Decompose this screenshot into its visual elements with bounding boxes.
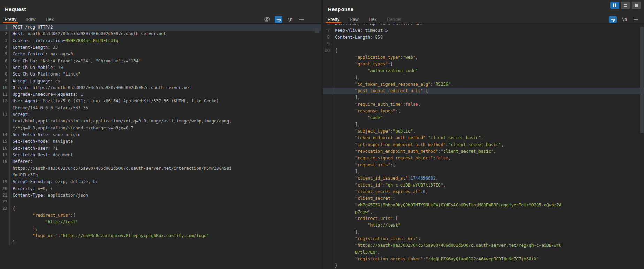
response-scrollbar[interactable] (640, 24, 644, 269)
code-line[interactable]: 10Origin: https://oauth-0a33002704c575a9… (0, 85, 321, 91)
response-scrollbar-thumb[interactable] (640, 27, 644, 133)
code-line[interactable]: "http://test" (0, 219, 321, 226)
code-line[interactable]: ], (323, 94, 644, 101)
show-newlines-button[interactable]: \n (286, 16, 294, 23)
code-line[interactable]: "post_logout_redirect_uris":[ (323, 88, 644, 94)
code-line[interactable]: "logo_uri":"https://u504o8dzar3qurovv8ll… (0, 232, 321, 239)
line-content: "https://oauth-0a33002704c575a9807406d00… (332, 242, 644, 249)
code-line[interactable]: "revocation_endpoint_auth_method":"clien… (323, 148, 644, 155)
editor-menu-button[interactable] (298, 16, 305, 23)
tab-render[interactable]: Render (387, 15, 402, 23)
code-line[interactable]: Chrome/134.0.0.0 Safari/537.36 (0, 105, 321, 111)
code-line[interactable]: "client_id":"qh-c-eiDB-wYUB7tl37EQ", (323, 182, 644, 189)
code-line[interactable]: */*;q=0.8,application/signed-exchange;v=… (0, 125, 321, 132)
code-line[interactable]: 8Content-Length: 858 (323, 34, 644, 41)
code-line[interactable]: "response_types":[ (323, 108, 644, 114)
tab-pretty[interactable]: Pretty (328, 15, 339, 23)
code-line[interactable]: 6Sec-Ch-Ua: "Not:A-Brand";v="24", "Chrom… (0, 58, 321, 64)
code-line[interactable]: 4Content-Length: 33 (0, 44, 321, 51)
code-line[interactable]: "id_token_signed_response_alg":"RS256", (323, 81, 644, 88)
tab-hex[interactable]: Hex (369, 15, 377, 23)
code-line[interactable]: 18Referer: (0, 158, 321, 165)
code-line[interactable]: "registration_access_token":"zdgQLPZK6ay… (323, 256, 644, 262)
code-line[interactable]: "grant_types":[ (323, 61, 644, 68)
code-line[interactable]: "code" (323, 114, 644, 121)
code-line[interactable]: 6Date: Mon, 14 Apr 2025 18:51:22 GMT (323, 24, 644, 27)
pause-button[interactable] (610, 2, 619, 9)
tab-pretty[interactable]: Pretty (5, 15, 16, 23)
code-line[interactable]: "subject_type":"public", (323, 128, 644, 135)
code-line[interactable]: "http://test" (323, 222, 644, 229)
code-line[interactable]: } (0, 239, 321, 246)
code-line[interactable]: 11Upgrade-Insecure-Requests: 1 (0, 91, 321, 98)
toggle-nonprintable-button[interactable] (263, 16, 271, 23)
tab-raw[interactable]: Raw (350, 15, 359, 23)
code-line[interactable]: 12User-Agent: Mozilla/5.0 (X11; Linux x8… (0, 98, 321, 104)
code-line[interactable]: 7Keep-Alive: timeout=5 (323, 27, 644, 34)
code-line[interactable]: "request_uris":[ (323, 162, 644, 168)
code-line[interactable]: "token_endpoint_auth_method":"client_sec… (323, 135, 644, 141)
code-line[interactable]: "require_signed_request_object":false, (323, 155, 644, 161)
code-line[interactable]: 17Sec-Fetch-Dest: document (0, 152, 321, 158)
code-line[interactable]: "introspection_endpoint_auth_method":"cl… (323, 142, 644, 148)
line-content (9, 199, 321, 205)
editor-menu-button[interactable] (632, 16, 640, 23)
line-number (0, 232, 9, 239)
code-line[interactable]: text/html,application/xhtml+xml,applicat… (0, 118, 321, 125)
code-line[interactable]: B7tl37EQ", (323, 249, 644, 256)
code-line[interactable]: "client_secret_expires_at":0, (323, 189, 644, 195)
code-line[interactable]: "redirect_uris":[ (323, 215, 644, 222)
code-line[interactable]: 7Sec-Ch-Ua-Mobile: ?0 (0, 64, 321, 71)
code-line[interactable]: ], (323, 121, 644, 128)
code-line[interactable]: https://oauth-0a33002704c575a9807406d002… (0, 165, 321, 172)
tab-raw[interactable]: Raw (26, 15, 36, 23)
code-line[interactable]: 19Accept-Encoding: gzip, deflate, br (0, 179, 321, 185)
code-line[interactable]: "registration_client_uri": (323, 236, 644, 242)
code-line[interactable]: 22 (0, 199, 321, 205)
code-line[interactable]: "application_type":"web", (323, 54, 644, 61)
code-line[interactable]: 9 (323, 41, 644, 47)
code-line[interactable]: 13Accept: (0, 111, 321, 118)
code-line[interactable]: ], (323, 229, 644, 236)
response-editor[interactable]: 6Date: Mon, 14 Apr 2025 18:51:22 GMT7Kee… (323, 24, 644, 269)
code-line[interactable]: ], (323, 74, 644, 81)
code-line[interactable]: "require_auth_time":false, (323, 101, 644, 108)
code-line[interactable]: 15Sec-Fetch-Mode: navigate (0, 138, 321, 145)
line-number (323, 148, 332, 155)
code-line[interactable]: "client_id_issued_at":1744656682, (323, 175, 644, 182)
rows-layout-button[interactable] (621, 2, 630, 9)
code-line[interactable]: 3Cookie: _interaction=M5MPZ8845siMmUDFLc… (0, 38, 321, 44)
code-line[interactable]: p7cpw", (323, 209, 644, 215)
word-wrap-button[interactable] (609, 16, 617, 23)
code-line[interactable]: 5Cache-Control: max-age=0 (0, 51, 321, 57)
code-line[interactable]: 1POST /reg HTTP/2 (0, 24, 321, 31)
code-line[interactable]: 20Priority: u=0, i (0, 185, 321, 192)
line-content: "vMPqX5IZGjMhhpvDkyQ9hDTMTYSNUkEWjGYdEsA… (332, 202, 644, 208)
code-line[interactable]: "client_secret": (323, 195, 644, 202)
code-line[interactable]: 16Sec-Fetch-User: ?1 (0, 145, 321, 152)
line-content: "client_secret": (332, 195, 644, 202)
code-line[interactable]: 21Content-Type: application/json (0, 192, 321, 199)
request-editor[interactable]: 1POST /reg HTTP/22Host: oauth-0a33002704… (0, 24, 321, 269)
code-line[interactable]: MmUDFLc3Tq (0, 172, 321, 179)
code-line[interactable]: ], (323, 168, 644, 175)
tab-hex[interactable]: Hex (46, 15, 54, 23)
code-line[interactable]: ], (0, 226, 321, 232)
code-line[interactable]: } (323, 262, 644, 269)
code-line[interactable]: 2Host: oauth-0a33002704c575a9807406d002d… (0, 31, 321, 37)
code-line[interactable]: 10{ (323, 47, 644, 54)
code-line[interactable]: 9Accept-Language: es (0, 78, 321, 85)
single-view-button[interactable] (632, 2, 641, 9)
line-number: 14 (0, 132, 9, 138)
request-tabs: PrettyRawHex (5, 15, 64, 23)
code-line[interactable]: 8Sec-Ch-Ua-Platform: "Linux" (0, 71, 321, 78)
code-line[interactable]: "https://oauth-0a33002704c575a9807406d00… (323, 242, 644, 249)
word-wrap-button[interactable] (275, 16, 282, 23)
code-line[interactable]: 23{ (0, 205, 321, 212)
code-line[interactable]: "authorization_code" (323, 68, 644, 74)
show-newlines-button[interactable]: \n (621, 16, 628, 23)
code-line[interactable]: "redirect_uris":[ (0, 212, 321, 219)
code-line[interactable]: "vMPqX5IZGjMhhpvDkyQ9hDTMTYSNUkEWjGYdEsA… (323, 202, 644, 208)
code-line[interactable]: 14Sec-Fetch-Site: same-origin (0, 132, 321, 138)
request-scrollbar-thumb[interactable] (315, 28, 319, 33)
